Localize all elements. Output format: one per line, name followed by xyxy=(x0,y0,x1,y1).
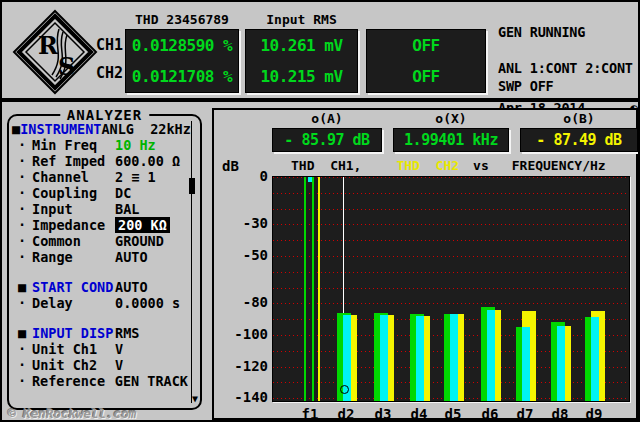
item-label: Ref Imped xyxy=(32,153,115,169)
logo-letter-s: S xyxy=(58,52,75,81)
header-separator xyxy=(2,98,640,102)
x-axis-tick-label-d6: d6 xyxy=(472,406,508,422)
gridline xyxy=(273,288,629,289)
scrollbar-thumb[interactable] xyxy=(189,178,195,194)
item-bullet-icon: · xyxy=(12,233,32,249)
readout-label-ob: o(B) xyxy=(520,111,638,126)
item-value: 10 Hz xyxy=(115,137,188,153)
item-value: BAL xyxy=(115,201,188,217)
y-axis-tick-label: -100 xyxy=(228,326,268,342)
gridline xyxy=(273,303,629,304)
chart-title-part: FREQUENCY/Hz xyxy=(512,158,606,173)
analyzer-item-common[interactable]: ·CommonGROUND xyxy=(12,233,188,249)
analyzer-item-delay[interactable]: ·Delay0.0000 s xyxy=(12,295,188,311)
gridline xyxy=(273,272,629,273)
readout-label-ox: o(X) xyxy=(393,111,509,126)
readout-value: - 87.49 dB xyxy=(536,131,621,149)
item-label: Unit Ch1 xyxy=(32,341,115,357)
item-label: INSTRUMENT xyxy=(20,121,101,137)
analyzer-panel: ANALYZER ■INSTRUMENTANLG 22kHz·Min Freq1… xyxy=(7,114,202,410)
fundamental-line-ch1 xyxy=(304,177,306,402)
swp-status: SWP OFF xyxy=(498,78,638,94)
item-bullet-icon: · xyxy=(12,217,32,233)
gridline xyxy=(273,177,629,178)
x-axis-tick-label-d9: d9 xyxy=(576,406,612,422)
bar-overlap-d6 xyxy=(487,310,495,402)
bar-overlap-d7 xyxy=(522,327,530,402)
item-bullet-icon: · xyxy=(12,373,32,389)
analyzer-settings-list: ■INSTRUMENTANLG 22kHz·Min Freq10 Hz·Ref … xyxy=(12,121,188,389)
item-value: 200 KΩ xyxy=(115,217,170,233)
rms-ch1-value: 10.261 mV xyxy=(260,36,342,55)
item-value: 2 ≡ 1 xyxy=(115,169,188,185)
item-value: AUTO xyxy=(115,279,188,295)
anl-status: ANL 1:CONT 2:CONT xyxy=(498,60,638,76)
analyzer-item-coupling[interactable]: ·CouplingDC xyxy=(12,185,188,201)
item-bullet-icon: · xyxy=(12,357,32,373)
item-label: Impedance xyxy=(32,217,115,233)
section-bullet-icon: ■ xyxy=(12,325,32,341)
aux-display: OFF OFF xyxy=(366,29,486,93)
fundamental-line-ch1 xyxy=(312,177,314,402)
item-value: ANLG 22kHz xyxy=(101,121,190,137)
item-label: Input xyxy=(32,201,115,217)
instrument-screen: R S THD 23456789 CH1 CH2 0.0128590 % 0.0… xyxy=(0,0,640,422)
analyzer-item-range[interactable]: ·RangeAUTO xyxy=(12,249,188,265)
item-bullet-icon: · xyxy=(12,201,32,217)
item-label: Common xyxy=(32,233,115,249)
item-value: AUTO xyxy=(115,249,188,265)
input-rms-display: 10.261 mV 10.215 mV xyxy=(245,29,358,93)
item-bullet-icon: · xyxy=(12,185,32,201)
item-value: V xyxy=(115,357,188,373)
thd-display-title: THD 23456789 xyxy=(125,12,239,27)
item-label: Delay xyxy=(32,295,115,311)
x-axis-tick-label-d5: d5 xyxy=(435,406,471,422)
fundamental-overlap-cap xyxy=(308,177,312,182)
chart-title-part: THD CH2 xyxy=(396,158,459,173)
analyzer-item-instrument[interactable]: ■INSTRUMENTANLG 22kHz xyxy=(12,121,188,137)
analyzer-item-min-freq[interactable]: ·Min Freq10 Hz xyxy=(12,137,188,153)
rohde-schwarz-logo: R S xyxy=(12,9,98,99)
chart-title: THD CH1,THD CH2vsFREQUENCY/Hz xyxy=(272,158,606,173)
item-bullet-icon: · xyxy=(12,295,32,311)
scroll-down-arrow-icon[interactable]: ▼ xyxy=(192,394,198,404)
keyboard-off-icon xyxy=(591,8,640,56)
item-label: INPUT DISP xyxy=(32,325,115,341)
x-axis-tick-label-d7: d7 xyxy=(507,406,543,422)
item-value: GEN TRACK xyxy=(115,373,188,389)
readout-value: - 85.97 dB xyxy=(284,131,369,149)
x-axis-tick-label-d3: d3 xyxy=(365,406,401,422)
aux-ch1-value: OFF xyxy=(412,36,439,55)
analyzer-item-unit-ch1[interactable]: ·Unit Ch1V xyxy=(12,341,188,357)
spacer-row xyxy=(12,311,188,325)
scrollbar-track[interactable] xyxy=(191,121,192,403)
analyzer-item-input-disp[interactable]: ■INPUT DISPRMS xyxy=(12,325,188,341)
gridline xyxy=(273,193,629,194)
item-label: Min Freq xyxy=(32,137,115,153)
y-axis-tick-label: -120 xyxy=(228,358,268,374)
cursor-marker-icon[interactable] xyxy=(340,385,349,394)
ch2-label: CH2 xyxy=(96,64,123,82)
analyzer-item-reference[interactable]: ·ReferenceGEN TRACK xyxy=(12,373,188,389)
analyzer-item-input[interactable]: ·InputBAL xyxy=(12,201,188,217)
analyzer-item-unit-ch2[interactable]: ·Unit Ch2V xyxy=(12,357,188,373)
readout-box-oa: - 85.97 dB xyxy=(272,128,382,152)
item-label: Range xyxy=(32,249,115,265)
aux-ch2-value: OFF xyxy=(412,67,439,86)
analyzer-item-impedance[interactable]: ·Impedance200 KΩ xyxy=(12,217,188,233)
readout-box-ob: - 87.49 dB xyxy=(520,128,638,152)
logo-letter-r: R xyxy=(38,31,59,60)
item-label: Channel xyxy=(32,169,115,185)
bar-overlap-d9 xyxy=(591,317,599,402)
item-bullet-icon: · xyxy=(12,169,32,185)
rms-ch2-value: 10.215 mV xyxy=(260,67,342,86)
thd-readout-display: 0.0128590 % 0.0121708 % xyxy=(125,29,239,93)
item-label: Coupling xyxy=(32,185,115,201)
analyzer-item-start-cond[interactable]: ■START CONDAUTO xyxy=(12,279,188,295)
thd-bar-chart-plot[interactable] xyxy=(272,176,630,402)
analyzer-item-channel[interactable]: ·Channel2 ≡ 1 xyxy=(12,169,188,185)
analyzer-item-ref-imped[interactable]: ·Ref Imped600.00 Ω xyxy=(12,153,188,169)
fundamental-line-ch2 xyxy=(318,177,320,402)
cursor-line[interactable] xyxy=(343,177,344,313)
item-value: V xyxy=(115,341,188,357)
